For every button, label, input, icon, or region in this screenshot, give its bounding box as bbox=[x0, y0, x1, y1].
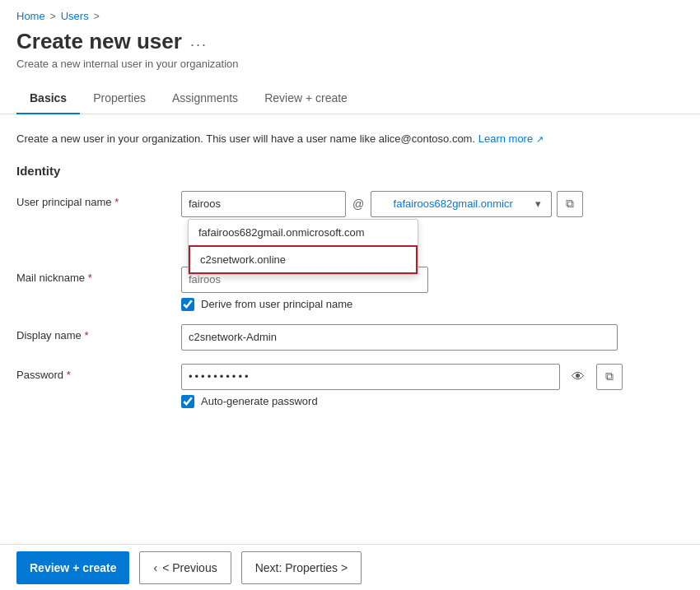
display-name-label: Display name * bbox=[16, 324, 181, 341]
eye-icon: 👁 bbox=[572, 369, 585, 384]
password-label: Password * bbox=[16, 364, 181, 381]
page-header: Create new user ... Create a new interna… bbox=[0, 29, 700, 77]
derive-checkbox[interactable] bbox=[181, 298, 194, 311]
domain-dropdown: fafairoos682gmail.onmicrosoft.com c2snet… bbox=[188, 219, 418, 275]
section-title-identity: Identity bbox=[16, 164, 684, 178]
display-name-input[interactable] bbox=[181, 324, 618, 351]
learn-more-link[interactable]: Learn more bbox=[478, 132, 533, 145]
auto-generate-label[interactable]: Auto-generate password bbox=[201, 395, 318, 407]
upn-input[interactable] bbox=[181, 191, 346, 217]
copy-upn-button[interactable]: ⧉ bbox=[557, 191, 583, 217]
auto-generate-checkbox[interactable] bbox=[181, 395, 194, 408]
breadcrumb: Home > Users > bbox=[0, 0, 700, 29]
show-password-button[interactable]: 👁 bbox=[565, 364, 591, 390]
mail-nickname-required: * bbox=[88, 272, 92, 284]
tab-properties[interactable]: Properties bbox=[80, 83, 159, 114]
page-subtitle: Create a new internal user in your organ… bbox=[16, 58, 684, 70]
password-row: Password * 👁 ⧉ Auto-generate password bbox=[16, 364, 684, 408]
domain-select-button[interactable]: fafairoos682gmail.onmicr ▾ bbox=[371, 191, 552, 217]
breadcrumb-sep-2: > bbox=[94, 11, 100, 22]
previous-label: < Previous bbox=[162, 561, 217, 574]
password-required: * bbox=[67, 369, 71, 381]
tab-review-create[interactable]: Review + create bbox=[251, 83, 361, 114]
breadcrumb-sep-1: > bbox=[50, 11, 56, 22]
footer-bar: Review + create ‹ < Previous Next: Prope… bbox=[0, 544, 700, 590]
tab-bar: Basics Properties Assignments Review + c… bbox=[0, 83, 700, 114]
upn-required: * bbox=[114, 196, 119, 208]
domain-option-2[interactable]: c2snetwork.online bbox=[189, 245, 418, 274]
upn-label: User principal name * bbox=[16, 191, 181, 208]
info-text-main: Create a new user in your organization. … bbox=[16, 132, 475, 145]
derive-checkbox-label[interactable]: Derive from user principal name bbox=[201, 298, 352, 310]
password-input[interactable] bbox=[181, 364, 560, 390]
copy-password-icon: ⧉ bbox=[605, 369, 614, 383]
review-create-button[interactable]: Review + create bbox=[16, 551, 129, 584]
upn-control-group: @ fafairoos682gmail.onmicr ▾ ⧉ fafairoos… bbox=[181, 191, 684, 217]
domain-select-text: fafairoos682gmail.onmicr bbox=[378, 197, 528, 210]
at-symbol: @ bbox=[351, 197, 366, 211]
page-title-dots[interactable]: ... bbox=[190, 33, 208, 50]
display-name-row: Display name * bbox=[16, 324, 684, 351]
next-button[interactable]: Next: Properties > bbox=[241, 551, 362, 584]
previous-button[interactable]: ‹ < Previous bbox=[139, 551, 231, 584]
breadcrumb-users[interactable]: Users bbox=[61, 10, 89, 22]
content-area: Create a new user in your organization. … bbox=[0, 114, 700, 438]
password-control-group: 👁 ⧉ Auto-generate password bbox=[181, 364, 684, 408]
auto-gen-checkbox-row: Auto-generate password bbox=[181, 395, 684, 408]
display-name-control bbox=[181, 324, 684, 351]
breadcrumb-home[interactable]: Home bbox=[16, 10, 45, 22]
previous-chevron: ‹ bbox=[153, 561, 157, 574]
page-title: Create new user bbox=[16, 29, 182, 54]
copy-password-button[interactable]: ⧉ bbox=[596, 364, 623, 390]
upn-input-row: @ fafairoos682gmail.onmicr ▾ ⧉ bbox=[181, 191, 684, 217]
copy-icon: ⧉ bbox=[566, 197, 574, 211]
tab-assignments[interactable]: Assignments bbox=[159, 83, 251, 114]
derive-checkbox-row: Derive from user principal name bbox=[181, 298, 684, 311]
password-input-row: 👁 ⧉ bbox=[181, 364, 684, 390]
upn-row: User principal name * @ fafairoos682gmai… bbox=[16, 191, 684, 217]
tab-basics[interactable]: Basics bbox=[16, 83, 80, 114]
chevron-down-icon: ▾ bbox=[531, 197, 544, 211]
mail-nickname-label: Mail nickname * bbox=[16, 267, 181, 284]
external-link-icon: ↗ bbox=[536, 134, 544, 144]
domain-option-1[interactable]: fafairoos682gmail.onmicrosoft.com bbox=[189, 220, 418, 245]
info-text: Create a new user in your organization. … bbox=[16, 131, 684, 147]
display-name-required: * bbox=[84, 329, 88, 341]
